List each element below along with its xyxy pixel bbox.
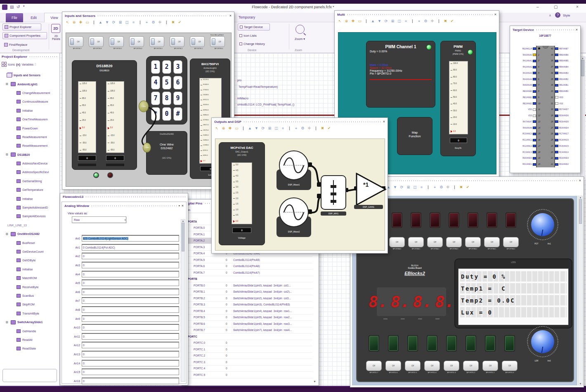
- digital-pin-row[interactable]: ▸ PORTC: [184, 333, 312, 340]
- analog-row[interactable]: An0 825 ComboBL0114(LightSensor ADC): [65, 234, 179, 243]
- pin-label-right[interactable]: RD4/AND4: [558, 127, 578, 129]
- pin-label-left[interactable]: RA7/ANA7: [513, 121, 533, 123]
- digital-pin-row[interactable]: PORTB.5 0 SwitchArraySlide1(pin5), keypa…: [184, 315, 312, 321]
- pin-left[interactable]: [533, 115, 536, 117]
- analog-row[interactable]: An1 0 ComboBL0114(Pot ADC): [65, 243, 179, 252]
- pin-right[interactable]: [555, 163, 558, 166]
- expander-icon[interactable]: ⊟: [6, 232, 9, 236]
- dsp-wave2-component[interactable]: DSP_Wave2: [276, 197, 311, 237]
- analog-row[interactable]: An9 0: [65, 314, 179, 323]
- toolbar-icon[interactable]: ✔: [326, 126, 332, 131]
- toolbar-icon[interactable]: |: [425, 185, 431, 190]
- toolbar-icon[interactable]: |: [241, 126, 246, 131]
- pin-right[interactable]: [555, 72, 558, 74]
- toolbar-icon[interactable]: ▼: [104, 20, 110, 25]
- pin-label-right[interactable]: RD2/AND2: [558, 163, 578, 165]
- toolbar-icon[interactable]: ✚: [350, 19, 356, 24]
- toolbar-icon[interactable]: ✖: [320, 126, 325, 131]
- tree-item[interactable]: Initialise: [17, 265, 59, 274]
- board-switch[interactable]: Off: [405, 361, 421, 371]
- toolbar-icon[interactable]: |: [137, 20, 143, 25]
- toolbar-icon[interactable]: ⚙: [300, 126, 305, 131]
- pin-left[interactable]: [533, 66, 536, 68]
- toolbar-icon[interactable]: ⌖: [432, 185, 437, 190]
- pin-right[interactable]: [555, 84, 558, 87]
- toolbar-icon[interactable]: ≡: [131, 20, 136, 25]
- analog-row[interactable]: An11 0: [65, 332, 179, 341]
- pin-label-right[interactable]: RB7/ANB7: [558, 48, 578, 50]
- board-switch[interactable]: Off: [482, 361, 498, 371]
- digital-pin-row[interactable]: PORTC.1 0: [184, 346, 312, 353]
- analog-row[interactable]: An10 0: [65, 323, 179, 332]
- inputs-panel-area[interactable]: SwitchArraySlide1 Off $PORTB.7 Off $PORT…: [66, 33, 232, 187]
- variables-icon[interactable]: {x}: [16, 63, 21, 66]
- pin-right[interactable]: [555, 60, 558, 62]
- pin-label-left[interactable]: RA6/ANA6: [513, 127, 533, 129]
- analog-value-field[interactable]: 0: [82, 271, 179, 277]
- zoom-icon[interactable]: [295, 25, 305, 34]
- toolbar-icon[interactable]: |: [364, 19, 369, 24]
- board-switch[interactable]: Off: [424, 361, 440, 371]
- analog-titlebar[interactable]: Analog Window ▪×: [62, 202, 186, 209]
- analog-value-field[interactable]: 825 ComboBL0114(LightSensor ADC): [82, 235, 179, 242]
- pin-left[interactable]: [533, 108, 536, 111]
- analog-value-field[interactable]: 0: [82, 324, 179, 331]
- pin-label-right[interactable]: RB6/ANB6: [558, 54, 578, 56]
- tree-item[interactable]: OneTimeMeasurem: [17, 115, 59, 124]
- digital-pin-row[interactable]: PORTC.2 0: [184, 353, 312, 359]
- pin-left[interactable]: [533, 127, 536, 129]
- digital-pin-row[interactable]: PORTC.4 0: [184, 366, 312, 372]
- tab-view[interactable]: View: [44, 13, 64, 22]
- toolbar-icon[interactable]: ≡: [280, 126, 286, 131]
- pin-left[interactable]: [533, 139, 536, 141]
- pin-right[interactable]: [555, 157, 558, 160]
- style-button[interactable]: Style: [563, 14, 570, 17]
- pin-label-left[interactable]: RD1/AND1: [513, 163, 533, 165]
- toolbar-icon[interactable]: ▼: [254, 126, 259, 131]
- pin-left[interactable]: [533, 47, 536, 50]
- toolbar-icon[interactable]: ✔: [177, 20, 182, 25]
- icons-label[interactable]: Icons: [8, 63, 15, 66]
- digital-pin-row[interactable]: PORTC.5 0: [184, 372, 312, 378]
- toolbar-icon[interactable]: ⚙: [151, 20, 156, 25]
- scroll-thumb[interactable]: [579, 199, 582, 224]
- toolbar-icon[interactable]: ✛: [430, 19, 435, 24]
- tree-item[interactable]: MatchROM: [17, 274, 59, 282]
- pin-right[interactable]: [555, 127, 558, 129]
- pin-label-left[interactable]: RE0/ANE0: [513, 90, 533, 92]
- pin-right[interactable]: [555, 66, 558, 68]
- toolbar-icon[interactable]: ▲: [247, 126, 253, 131]
- map-function-component[interactable]: Map Function: [397, 117, 432, 155]
- more-icon[interactable]: ▯: [35, 63, 36, 66]
- analog-row[interactable]: An7 0: [65, 296, 179, 305]
- board-switch[interactable]: Off: [389, 237, 405, 247]
- analog-value-field[interactable]: 0 ComboBL0114(Pot ADC): [82, 244, 179, 251]
- expander-icon[interactable]: ⊟: [6, 321, 9, 324]
- board-switch[interactable]: Off: [385, 361, 401, 371]
- toolbar-icon[interactable]: |: [452, 185, 457, 190]
- analog-row[interactable]: An4 0: [65, 270, 179, 279]
- pin-label-left[interactable]: RE3/MCLR: [513, 48, 533, 50]
- toolbar-icon[interactable]: ⊕: [71, 20, 77, 25]
- analog-value-field[interactable]: 0: [82, 360, 179, 366]
- tree-item[interactable]: ⊟ DS18B20: [6, 150, 59, 159]
- analog-value-field[interactable]: 0: [82, 280, 179, 286]
- pin-label-right[interactable]: RB4/ANB4: [558, 66, 578, 68]
- digital-pin-row[interactable]: PORTB.2 0 SwitchArraySlide1(pin2), keypa…: [184, 295, 312, 302]
- pin-label-left[interactable]: RC2/ANC2: [513, 145, 533, 147]
- pin-label-left[interactable]: RA2/ANA2: [513, 66, 533, 68]
- float-icon[interactable]: ▪: [179, 204, 180, 208]
- variables-label[interactable]: Variables: [21, 63, 33, 66]
- close-icon[interactable]: ×: [229, 14, 232, 18]
- toolbar-icon[interactable]: ⊞: [406, 185, 411, 190]
- pin-left[interactable]: [533, 90, 536, 93]
- pin-left[interactable]: [533, 157, 536, 160]
- toolbar-icon[interactable]: ⚙: [439, 185, 444, 190]
- scroll-down-icon[interactable]: ▼: [313, 380, 316, 383]
- analog-value-field[interactable]: 0: [82, 342, 179, 348]
- tree-item[interactable]: GetHandle: [17, 326, 59, 335]
- ldr-knob[interactable]: LDRAn0: [527, 326, 558, 362]
- project-explorer-button[interactable]: Project Explorer: [2, 23, 41, 31]
- canvas-scrollbar[interactable]: ▲: [580, 56, 585, 178]
- toolbar-icon[interactable]: ▲: [370, 19, 376, 24]
